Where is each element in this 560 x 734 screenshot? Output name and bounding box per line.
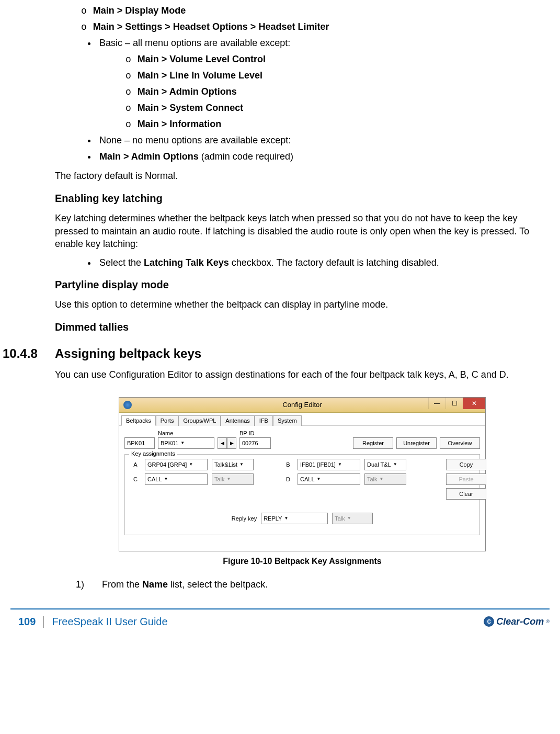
chevron-down-icon: ▼ <box>189 462 193 467</box>
key-a-assign-combo[interactable]: GRP04 [GRP4]▼ <box>145 459 208 470</box>
maximize-button[interactable]: ☐ <box>445 398 463 409</box>
chevron-down-icon: ▼ <box>164 477 168 481</box>
partyline-text: Use this option to determine whether the… <box>55 298 550 311</box>
key-b-assign-combo[interactable]: IFB01 [IFB01]▼ <box>298 459 360 470</box>
key-d-assign-combo[interactable]: CALL▼ <box>298 473 360 485</box>
basic-list: Basic – all menu options are available e… <box>55 38 550 162</box>
unregister-button[interactable]: Unregister <box>396 437 437 449</box>
section-number: 10.4.8 <box>3 346 55 361</box>
reply-mode-combo[interactable]: Talk▼ <box>332 513 373 524</box>
name-combo[interactable]: BPK01▼ <box>158 437 214 449</box>
heading-partyline: Partyline display mode <box>55 279 550 291</box>
chevron-down-icon: ▼ <box>317 477 321 481</box>
key-a-mode-combo[interactable]: Talk&List▼ <box>212 459 254 470</box>
basic-line: Basic – all menu options are available e… <box>97 38 550 130</box>
latching-list: Select the Latching Talk Keys checkbox. … <box>55 257 550 268</box>
chevron-down-icon: ▼ <box>227 477 231 481</box>
tab-ifb[interactable]: IFB <box>255 415 273 426</box>
key-b-mode-combo[interactable]: Dual T&L▼ <box>364 459 406 470</box>
page-number: 109 <box>10 616 44 628</box>
tab-ports[interactable]: Ports <box>156 415 179 426</box>
logo-icon: C <box>484 616 494 627</box>
key-d-mode-combo[interactable]: Talk▼ <box>364 473 406 485</box>
chevron-down-icon: ▼ <box>180 441 185 445</box>
menu-path: Main > Information <box>138 119 222 129</box>
tab-system[interactable]: System <box>273 415 302 426</box>
chevron-down-icon: ▼ <box>239 462 244 467</box>
key-assignments-legend: Key assignments <box>129 450 177 457</box>
titlebar: Config Editor — ☐ ✕ <box>119 398 485 413</box>
bpid-label: BP ID <box>239 430 271 436</box>
key-c-assign-combo[interactable]: CALL▼ <box>145 473 208 485</box>
clear-button[interactable]: Clear <box>446 488 486 500</box>
chevron-down-icon: ▼ <box>380 477 384 481</box>
tab-bar: Beltpacks Ports Groups/WPL Antennas IFB … <box>119 413 485 426</box>
menu-path: Main > Volume Level Control <box>138 54 266 64</box>
key-a-label: A <box>130 461 141 468</box>
step-number: 1) <box>76 579 102 590</box>
key-b-label: B <box>283 461 293 468</box>
tab-beltpacks[interactable]: Beltpacks <box>121 415 156 426</box>
key-d-label: D <box>283 476 293 482</box>
chevron-down-icon: ▼ <box>338 462 342 467</box>
heading-dimmed-tallies: Dimmed tallies <box>55 321 550 333</box>
name-label: Name <box>158 430 214 436</box>
key-c-label: C <box>130 476 141 482</box>
brand-logo: C Clear-Com® <box>484 616 550 627</box>
key-assignments-group: Key assignments A GRP04 [GRP4]▼ Talk&Lis… <box>124 454 480 535</box>
latching-bullet: Select the Latching Talk Keys checkbox. … <box>97 257 550 268</box>
figure-caption: Figure 10-10 Beltpack Key Assignments <box>55 557 550 566</box>
reply-key-combo[interactable]: REPLY▼ <box>261 513 328 524</box>
key-latching-text: Key latching determines whether the belt… <box>55 212 550 250</box>
next-button[interactable]: ▶ <box>227 437 236 449</box>
none-line: None – no menu options are available exc… <box>97 135 550 146</box>
prev-button[interactable]: ◀ <box>218 437 227 449</box>
tab-groups-wpl[interactable]: Groups/WPL <box>178 415 221 426</box>
tab-antennas[interactable]: Antennas <box>221 415 254 426</box>
menu-path: Main > Line In Volume Level <box>138 70 262 81</box>
reply-key-label: Reply key <box>232 515 257 522</box>
bpid-field[interactable]: 00276 <box>239 437 271 449</box>
brand-name: Clear-Com <box>496 616 544 627</box>
config-editor-window: Config Editor — ☐ ✕ Beltpacks Ports Grou… <box>119 397 486 551</box>
minimize-button[interactable]: — <box>428 398 445 409</box>
top-sublist: Main > Display Mode Main > Settings > He… <box>55 5 550 32</box>
factory-default-text: The factory default is Normal. <box>55 170 550 182</box>
heading-key-latching: Enabling key latching <box>55 193 550 205</box>
chevron-down-icon: ▼ <box>284 516 288 521</box>
section-title: Assigning beltpack keys <box>55 346 201 361</box>
overview-button[interactable]: Overview <box>440 437 480 449</box>
page-footer: 109 FreeSpeak II User Guide C Clear-Com® <box>10 608 550 638</box>
menu-path: Main > Admin Options <box>138 86 237 97</box>
basic-sublist: Main > Volume Level Control Main > Line … <box>99 54 550 130</box>
guide-title: FreeSpeak II User Guide <box>52 616 167 628</box>
chevron-down-icon: ▼ <box>393 462 397 467</box>
menu-path: Main > Settings > Headset Options > Head… <box>93 21 329 32</box>
app-icon <box>123 401 132 409</box>
registered-mark: ® <box>546 619 550 624</box>
paste-button[interactable]: Paste <box>446 473 486 485</box>
menu-path: Main > Display Mode <box>93 5 186 16</box>
key-c-mode-combo[interactable]: Talk▼ <box>212 473 254 485</box>
admin-line: Main > Admin Options (admin code require… <box>97 151 550 162</box>
close-button[interactable]: ✕ <box>463 398 485 409</box>
step-1: 1) From the Name list, select the beltpa… <box>76 579 550 590</box>
copy-button[interactable]: Copy <box>446 459 486 470</box>
register-button[interactable]: Register <box>353 437 393 449</box>
assigning-text: You can use Configuration Editor to assi… <box>55 368 550 381</box>
beltpack-id-combo[interactable]: BPK01 <box>124 437 155 449</box>
chevron-down-icon: ▼ <box>347 516 351 521</box>
menu-path: Main > System Connect <box>138 103 244 113</box>
